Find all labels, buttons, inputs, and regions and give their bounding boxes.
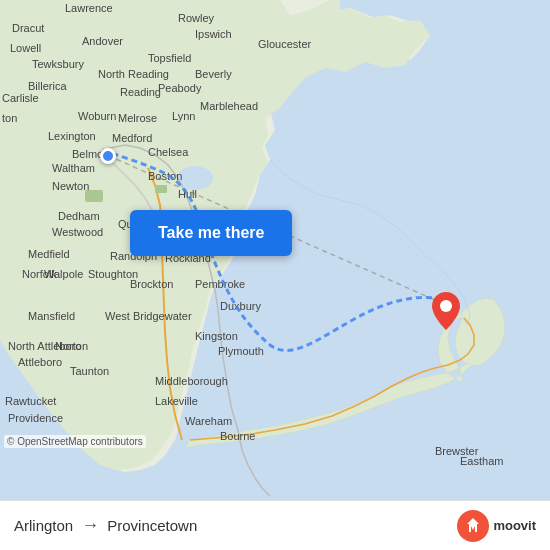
svg-rect-4 [85, 190, 103, 202]
svg-rect-3 [155, 185, 167, 193]
osm-credit: © OpenStreetMap contributors [4, 435, 146, 448]
origin-label: Arlington [14, 517, 73, 534]
map-container: LawrenceDracutAndoverRowleyIpswichLowell… [0, 0, 550, 500]
take-me-there-button[interactable]: Take me there [130, 210, 292, 256]
destination-label: Provincetown [107, 517, 197, 534]
origin-pin [100, 148, 116, 164]
destination-pin [432, 292, 460, 334]
moovit-icon [457, 510, 489, 542]
arrow-icon: → [81, 515, 99, 536]
bottom-bar: Arlington → Provincetown moovit [0, 500, 550, 550]
route-info: Arlington → Provincetown [14, 515, 197, 536]
svg-point-5 [440, 300, 452, 312]
moovit-text: moovit [493, 518, 536, 533]
moovit-logo: moovit [457, 510, 536, 542]
